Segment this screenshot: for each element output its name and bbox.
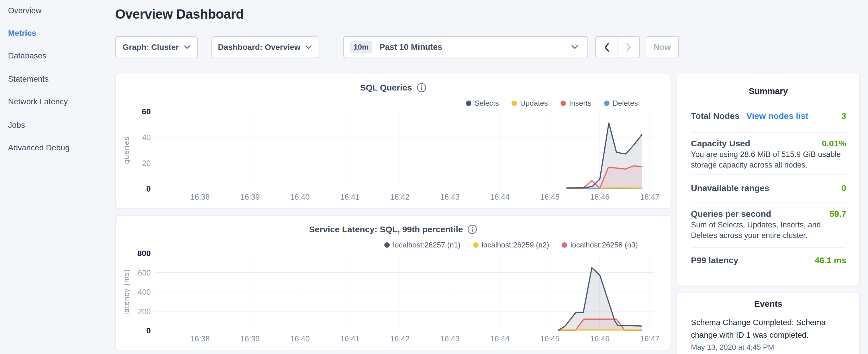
- chart-legend: localhost:26257 (n1)localhost:26259 (n2)…: [384, 240, 638, 250]
- chevron-down-icon: [184, 45, 190, 49]
- view-nodes-list-link[interactable]: View nodes list: [746, 110, 808, 122]
- summary-panel: Summary Total Nodes View nodes list 3 Ca…: [677, 74, 860, 286]
- x-tick-label: 16:40: [290, 334, 310, 343]
- sidebar-item-statements[interactable]: Statements: [8, 73, 49, 85]
- legend-item-deletes[interactable]: Deletes: [604, 99, 638, 108]
- summary-value: 3: [841, 110, 846, 122]
- service-latency-chart-card: 16:3816:3916:4016:4116:4216:4316:4416:45…: [115, 215, 671, 350]
- sql-queries-chart-card: 16:3816:3916:4016:4116:4216:4316:4416:45…: [115, 74, 671, 208]
- summary-label: P99 latency: [691, 255, 738, 266]
- event-message: Schema Change Completed: Schema change w…: [691, 316, 848, 342]
- summary-heading: Summary: [677, 86, 859, 96]
- sidebar-item-metrics[interactable]: Metrics: [8, 28, 36, 39]
- divider: [691, 132, 846, 133]
- x-tick-label: 16:44: [490, 193, 510, 201]
- divider: [691, 202, 846, 202]
- chevron-down-icon: [306, 45, 312, 49]
- now-button[interactable]: Now: [646, 36, 679, 58]
- legend-item-selects[interactable]: Selects: [466, 99, 499, 108]
- y-tick-label: 60: [142, 107, 151, 116]
- dashboard-dropdown[interactable]: Dashboard: Overview: [212, 36, 318, 58]
- x-tick-label: 16:43: [440, 193, 460, 201]
- chevron-right-icon: [626, 42, 632, 52]
- x-tick-label: 16:38: [190, 193, 210, 201]
- chevron-down-icon: [571, 45, 578, 49]
- x-tick-label: 16:40: [290, 193, 310, 201]
- time-range-badge: 10m: [350, 41, 372, 53]
- graph-dropdown-label: Graph: Cluster: [123, 43, 179, 52]
- chart-title: SQL Queries: [360, 83, 412, 93]
- legend-item-updates[interactable]: Updates: [512, 99, 548, 108]
- legend-item-localhost-26259-n2-[interactable]: localhost:26259 (n2): [473, 240, 549, 250]
- summary-value: 0.01%: [822, 138, 846, 149]
- x-tick-label: 16:45: [540, 193, 560, 201]
- time-step-buttons: [595, 36, 640, 58]
- sidebar-nav: Overview Metrics Databases Statements Ne…: [0, 0, 115, 354]
- events-panel: Events Schema Change Completed: Schema c…: [677, 293, 860, 354]
- legend-dot: [562, 242, 567, 248]
- x-tick-label: 16:43: [440, 334, 460, 343]
- chart-title-row: Service Latency: SQL, 99th percentile: [116, 225, 671, 234]
- legend-label: localhost:26258 (n3): [570, 240, 638, 250]
- summary-label: Total Nodes: [691, 110, 739, 122]
- legend-dot: [384, 242, 390, 248]
- x-tick-label: 16:45: [540, 334, 560, 343]
- chart-legend: SelectsUpdatesInsertsDeletes: [466, 99, 638, 108]
- legend-label: Deletes: [613, 99, 638, 108]
- summary-value: 59.7: [830, 208, 846, 220]
- controls-divider: [336, 36, 336, 58]
- sql-queries-chart-plot[interactable]: 16:3816:3916:4016:4116:4216:4316:4416:45…: [116, 74, 672, 209]
- x-tick-label: 16:38: [190, 334, 210, 343]
- y-tick-label: 800: [137, 249, 151, 258]
- legend-dot: [604, 100, 610, 106]
- legend-dot: [466, 100, 471, 106]
- summary-label: Unavailable ranges: [691, 183, 769, 194]
- legend-label: Updates: [520, 99, 548, 108]
- sidebar-item-network-latency[interactable]: Network Latency: [8, 96, 68, 107]
- time-range-label: Past 10 Minutes: [379, 42, 442, 52]
- x-tick-label: 16:39: [241, 334, 260, 343]
- series-line-updates: [600, 188, 642, 188]
- y-tick-label: 600: [138, 269, 151, 277]
- x-tick-label: 16:47: [640, 193, 660, 201]
- summary-item-capacity-used: Capacity Used 0.01%: [691, 138, 846, 149]
- chart-title-row: SQL Queries: [116, 83, 671, 93]
- legend-dot: [512, 100, 517, 106]
- service-latency-chart-plot[interactable]: 16:3816:3916:4016:4116:4216:4316:4416:45…: [116, 216, 672, 351]
- y-axis-unit-label: queries: [122, 136, 131, 164]
- y-tick-label: 0: [146, 185, 151, 193]
- legend-dot: [560, 100, 566, 106]
- time-range-selector[interactable]: 10m Past 10 Minutes: [343, 36, 588, 58]
- previous-time-button[interactable]: [596, 37, 618, 58]
- legend-label: localhost:26257 (n1): [393, 240, 461, 250]
- sidebar-item-jobs[interactable]: Jobs: [8, 120, 25, 131]
- y-tick-label: 200: [138, 307, 151, 316]
- info-icon[interactable]: [417, 83, 426, 93]
- divider: [691, 247, 846, 248]
- sidebar-item-overview[interactable]: Overview: [8, 5, 41, 16]
- legend-item-localhost-26257-n1-[interactable]: localhost:26257 (n1): [384, 240, 461, 250]
- graph-dropdown[interactable]: Graph: Cluster: [115, 36, 198, 58]
- x-tick-label: 16:46: [590, 193, 610, 201]
- info-icon[interactable]: [467, 225, 477, 234]
- summary-label: Queries per second: [691, 208, 771, 220]
- summary-item-total-nodes: Total Nodes View nodes list 3: [691, 110, 846, 122]
- y-axis-unit-label: latency (ms): [122, 269, 131, 315]
- x-tick-label: 16:41: [340, 193, 360, 201]
- events-heading: Events: [677, 299, 859, 309]
- sidebar-item-advanced-debug[interactable]: Advanced Debug: [8, 142, 70, 154]
- summary-item-queries-per-second: Queries per second 59.7: [691, 208, 846, 220]
- legend-item-localhost-26258-n3-[interactable]: localhost:26258 (n3): [562, 240, 638, 250]
- legend-item-inserts[interactable]: Inserts: [560, 99, 591, 108]
- next-time-button[interactable]: [618, 37, 639, 58]
- x-tick-label: 16:41: [340, 334, 360, 343]
- x-tick-label: 16:39: [241, 193, 260, 201]
- summary-label: Capacity Used: [691, 138, 750, 149]
- summary-description: You are using 28.6 MiB of 515.9 GiB usab…: [691, 149, 846, 170]
- x-tick-label: 16:46: [590, 334, 610, 343]
- legend-label: localhost:26259 (n2): [482, 240, 549, 250]
- summary-value: 46.1 ms: [815, 255, 846, 266]
- summary-item-unavailable-ranges: Unavailable ranges 0: [691, 183, 846, 194]
- sidebar-item-databases[interactable]: Databases: [8, 50, 46, 62]
- legend-label: Inserts: [569, 99, 591, 108]
